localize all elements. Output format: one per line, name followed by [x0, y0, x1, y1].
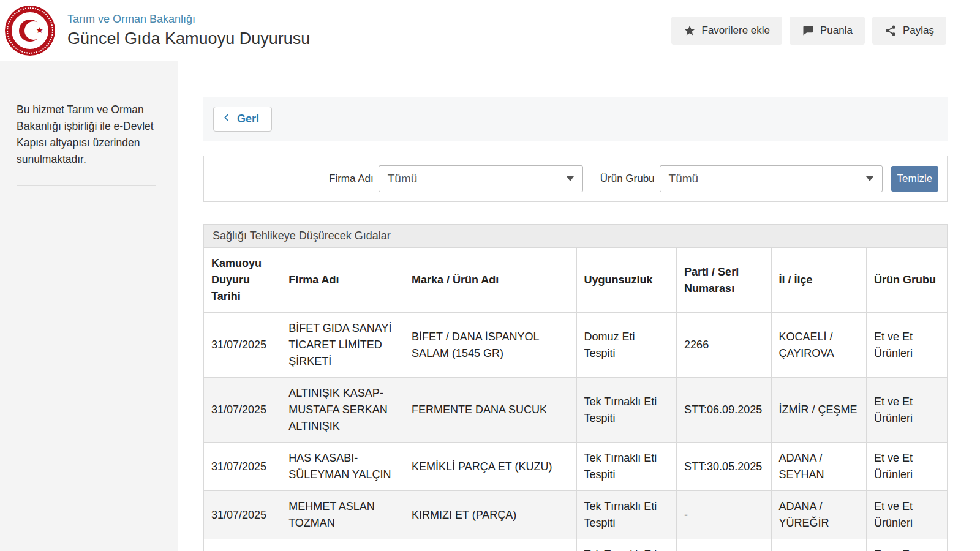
table-cell: Domuz Eti Tespiti — [576, 313, 677, 378]
page-body: Bu hizmet Tarım ve Orman Bakanlığı işbir… — [0, 61, 980, 551]
table-cell: Tek Tırnaklı Eti Tespiti — [576, 443, 677, 491]
table-title: Sağlığı Tehlikeye Düşürecek Gıdalar — [203, 224, 948, 247]
table-cell: BİFET GIDA SANAYİ TİCARET LİMİTED ŞİRKET… — [281, 313, 404, 378]
table-row: 31/07/2025ALTINIŞIK KASAP-MUSTAFA SERKAN… — [204, 378, 948, 443]
table-cell: STT:06.09.2025 — [677, 378, 771, 443]
table-cell: ADANA / YÜREĞİR — [771, 491, 866, 539]
table-cell — [281, 539, 404, 551]
table-cell: KOCAELİ / ÇAYIROVA — [771, 313, 866, 378]
clear-filters-button[interactable]: Temizle — [891, 166, 939, 192]
table-cell: ADANA / — [771, 539, 866, 551]
column-header: Parti / Seri Numarası — [677, 248, 771, 313]
table-cell — [677, 539, 771, 551]
table-cell: Et ve Et Ürünleri — [866, 539, 947, 551]
star-icon — [684, 24, 696, 37]
header-titles: Tarım ve Orman Bakanlığı Güncel Gıda Kam… — [67, 13, 310, 48]
sidebar: Bu hizmet Tarım ve Orman Bakanlığı işbir… — [0, 61, 178, 551]
table-row: 31/07/2025Tek Tırnaklı Eti TespitiADANA … — [204, 539, 948, 551]
chevron-down-icon — [567, 176, 574, 181]
table-cell: ALTINIŞIK KASAP-MUSTAFA SERKAN ALTINIŞIK — [281, 378, 404, 443]
table-row: 31/07/2025MEHMET ASLAN TOZMANKIRMIZI ET … — [204, 491, 948, 539]
rate-button[interactable]: Puanla — [790, 17, 865, 45]
urun-grubu-selected-value: Tümü — [669, 172, 699, 186]
table-cell: MEHMET ASLAN TOZMAN — [281, 491, 404, 539]
ministry-logo: ★ — [5, 6, 55, 56]
column-header: Marka / Ürün Adı — [404, 248, 577, 313]
table-header-row: Kamuoyu Duyuru TarihiFirma AdıMarka / Ür… — [204, 248, 948, 313]
back-button[interactable]: Geri — [213, 107, 272, 132]
share-button[interactable]: Paylaş — [872, 17, 946, 45]
table-row: 31/07/2025HAS KASABI-SÜLEYMAN YALÇINKEMİ… — [204, 443, 948, 491]
page-title: Güncel Gıda Kamuoyu Duyurusu — [67, 29, 310, 48]
chevron-left-icon — [222, 113, 231, 126]
table-cell: Tek Tırnaklı Eti Tespiti — [576, 378, 677, 443]
table-cell: HAS KASABI-SÜLEYMAN YALÇIN — [281, 443, 404, 491]
firma-adi-select[interactable]: Tümü — [379, 165, 583, 192]
column-header: Uygunsuzluk — [576, 248, 677, 313]
table-cell: - — [677, 491, 771, 539]
table-cell: 31/07/2025 — [204, 443, 281, 491]
table-cell: 31/07/2025 — [204, 378, 281, 443]
share-label: Paylaş — [903, 24, 934, 37]
urun-grubu-select[interactable]: Tümü — [660, 165, 883, 192]
table-head: Kamuoyu Duyuru TarihiFirma AdıMarka / Ür… — [204, 248, 948, 313]
table-cell: BİFET / DANA İSPANYOL SALAM (1545 GR) — [404, 313, 577, 378]
table-cell: İZMİR / ÇEŞME — [771, 378, 866, 443]
star-icon: ★ — [36, 26, 43, 34]
table-cell: Et ve Et Ürünleri — [866, 491, 947, 539]
table-cell: KEMİKLİ PARÇA ET (KUZU) — [404, 443, 577, 491]
rate-label: Puanla — [820, 24, 853, 37]
table-cell — [404, 539, 577, 551]
table-row: 31/07/2025BİFET GIDA SANAYİ TİCARET LİMİ… — [204, 313, 948, 378]
ministry-logo-inner: ★ — [12, 12, 48, 49]
header-actions: Favorilere ekle Puanla Paylaş — [671, 17, 946, 45]
share-icon — [884, 24, 897, 37]
column-header: Kamuoyu Duyuru Tarihi — [204, 248, 281, 313]
add-favorite-button[interactable]: Favorilere ekle — [671, 17, 783, 45]
table-cell: Et ve Et Ürünleri — [866, 313, 947, 378]
chevron-down-icon — [866, 176, 873, 181]
table-cell: Et ve Et Ürünleri — [866, 443, 947, 491]
table-cell: STT:30.05.2025 — [677, 443, 771, 491]
column-header: İl / İlçe — [771, 248, 866, 313]
column-header: Ürün Grubu — [866, 248, 947, 313]
filter-bar: Firma Adı Tümü Ürün Grubu Tümü Temizle — [203, 156, 948, 202]
back-button-label: Geri — [237, 113, 259, 126]
table-body: 31/07/2025BİFET GIDA SANAYİ TİCARET LİMİ… — [204, 313, 948, 551]
service-info-text: Bu hizmet Tarım ve Orman Bakanlığı işbir… — [17, 102, 159, 168]
announcements-table: Kamuoyu Duyuru TarihiFirma AdıMarka / Ür… — [203, 247, 948, 551]
firma-adi-selected-value: Tümü — [388, 172, 418, 186]
comment-icon — [802, 24, 814, 37]
add-favorite-label: Favorilere ekle — [702, 24, 771, 37]
main-content: Geri Firma Adı Tümü Ürün Grubu Tümü Temi… — [178, 61, 980, 551]
table-cell: Tek Tırnaklı Eti Tespiti — [576, 539, 677, 551]
table-cell: FERMENTE DANA SUCUK — [404, 378, 577, 443]
ministry-name: Tarım ve Orman Bakanlığı — [67, 13, 310, 26]
table-cell: 31/07/2025 — [204, 539, 281, 551]
table-cell: Tek Tırnaklı Eti Tespiti — [576, 491, 677, 539]
table-cell: 2266 — [677, 313, 771, 378]
column-header: Firma Adı — [281, 248, 404, 313]
table-cell: KIRMIZI ET (PARÇA) — [404, 491, 577, 539]
sidebar-divider — [17, 185, 156, 186]
back-panel: Geri — [203, 97, 948, 141]
table-cell: 31/07/2025 — [204, 313, 281, 378]
table-cell: 31/07/2025 — [204, 491, 281, 539]
table-cell: ADANA / SEYHAN — [771, 443, 866, 491]
page-header: ★ Tarım ve Orman Bakanlığı Güncel Gıda K… — [0, 0, 980, 61]
urun-grubu-label: Ürün Grubu — [600, 173, 655, 185]
firma-adi-label: Firma Adı — [329, 173, 374, 185]
table-cell: Et ve Et Ürünleri — [866, 378, 947, 443]
